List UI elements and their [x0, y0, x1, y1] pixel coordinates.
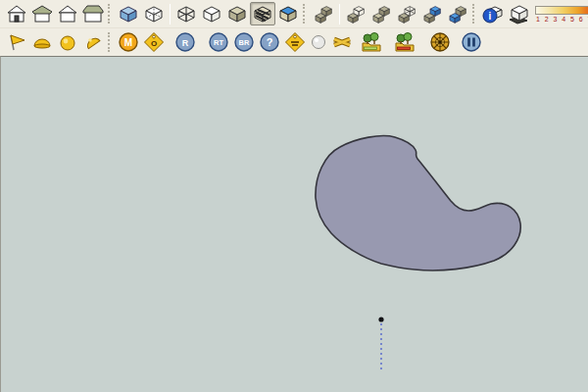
- textured-cube-button[interactable]: [250, 2, 275, 25]
- r-letter: R: [182, 38, 189, 48]
- box-pair-icon: [370, 3, 392, 24]
- m-circle-button[interactable]: M: [116, 30, 141, 54]
- hidden-line-cube-icon: [201, 3, 222, 24]
- box-pair-button[interactable]: [368, 2, 394, 25]
- density-scale-bar[interactable]: [535, 6, 588, 15]
- r-circle-icon: R: [174, 31, 196, 53]
- toolbar-separator: [339, 4, 340, 24]
- toolbar-row-2: M O R RT BR ?: [0, 27, 588, 56]
- blue-front-box-pair-button[interactable]: [445, 2, 470, 25]
- pause-button[interactable]: [459, 30, 484, 54]
- flag-icon: [6, 31, 27, 53]
- o-tag-icon: O: [143, 31, 165, 53]
- br-circle-button[interactable]: BR: [231, 30, 257, 54]
- dome-button[interactable]: [29, 30, 55, 54]
- yellow-sphere-button[interactable]: [55, 30, 80, 54]
- help-question-mark: ?: [267, 36, 273, 48]
- monochrome-cube-icon: [277, 3, 299, 24]
- shaded-cube-icon: [226, 3, 248, 24]
- white-sphere-button[interactable]: [308, 30, 329, 54]
- shell-button[interactable]: [80, 30, 106, 54]
- info-letter: i: [489, 11, 492, 22]
- shadow-boxes-icon: [313, 3, 334, 24]
- house-barn-icon: [82, 3, 104, 24]
- target-button[interactable]: [427, 30, 453, 54]
- toolbar-drag-handle[interactable]: [108, 4, 112, 24]
- xray-cube-icon: [118, 3, 139, 24]
- wire-box-pair-button[interactable]: [394, 2, 419, 25]
- xray-cube-button[interactable]: [116, 2, 141, 25]
- rt-circle-icon: RT: [208, 31, 229, 53]
- toolbar-drag-handle[interactable]: [472, 4, 476, 24]
- ground-shadow-cube-button[interactable]: [506, 2, 531, 25]
- blue-front-box-pair-icon: [447, 3, 468, 24]
- dome-icon: [31, 31, 53, 53]
- tree-folder-button[interactable]: [359, 30, 384, 54]
- help-circle-icon: ?: [259, 31, 280, 53]
- house-front-button[interactable]: [4, 2, 29, 25]
- help-circle-button[interactable]: ?: [257, 30, 282, 54]
- model-view: [1, 57, 588, 392]
- house-outline-icon: [57, 3, 78, 24]
- wireframe-cube-icon: [175, 3, 197, 24]
- vertex-dot: [378, 317, 383, 321]
- house-outline-button[interactable]: [55, 2, 80, 25]
- hidden-line-cube-button[interactable]: [199, 2, 224, 25]
- info-cube-icon: i: [482, 3, 504, 24]
- target-icon: [429, 31, 451, 53]
- drawing-canvas[interactable]: [0, 56, 588, 392]
- yellow-sphere-icon: [57, 31, 78, 53]
- wireframe-cube-button[interactable]: [173, 2, 199, 25]
- house-cottage-icon: [31, 3, 53, 24]
- m-letter: M: [124, 37, 132, 48]
- r-circle-button[interactable]: R: [172, 30, 198, 54]
- tree-folder-icon: [361, 31, 382, 53]
- back-edges-cube-button[interactable]: [141, 2, 167, 25]
- br-letters: BR: [239, 38, 250, 47]
- tree-folder-red-icon: [394, 31, 416, 53]
- toolbar-drag-handle[interactable]: [303, 4, 307, 24]
- shaded-cube-button[interactable]: [224, 2, 250, 25]
- label-tag-icon: [284, 31, 306, 53]
- house-cottage-button[interactable]: [29, 2, 55, 25]
- house-barn-button[interactable]: [80, 2, 106, 25]
- rt-letters: RT: [214, 38, 223, 47]
- flag-button[interactable]: [4, 30, 29, 54]
- o-tag-button[interactable]: O: [141, 30, 167, 54]
- density-scale-ticks: 1 2 3 4 5 6 7 8 9: [535, 16, 588, 23]
- label-tag-button[interactable]: [282, 30, 308, 54]
- white-sphere-icon: [310, 33, 327, 51]
- crossed-swords-icon: [331, 31, 353, 53]
- shell-icon: [82, 31, 104, 53]
- monochrome-cube-button[interactable]: [275, 2, 301, 25]
- tree-folder-red-button[interactable]: [392, 30, 417, 54]
- crossed-swords-button[interactable]: [329, 30, 355, 54]
- density-scale[interactable]: 1 2 3 4 5 6 7 8 9: [535, 6, 588, 23]
- br-circle-icon: BR: [233, 31, 255, 53]
- info-cube-button[interactable]: i: [480, 2, 506, 25]
- blue-box-pair-button[interactable]: [419, 2, 445, 25]
- textured-cube-icon: [252, 3, 273, 24]
- pause-icon: [461, 31, 482, 53]
- toolbar-row-1: i 1 2 3 4 5 6 7 8 9: [0, 0, 588, 27]
- shadow-boxes-button[interactable]: [311, 2, 336, 25]
- back-edges-cube-icon: [143, 3, 165, 24]
- blob-face[interactable]: [316, 136, 520, 270]
- house-front-icon: [6, 3, 27, 24]
- wire-over-box-icon: [345, 3, 367, 24]
- wire-over-box-button[interactable]: [343, 2, 368, 25]
- m-circle-icon: M: [118, 31, 139, 53]
- toolbar-separator: [170, 4, 171, 24]
- ground-shadow-cube-icon: [508, 3, 529, 24]
- wire-box-pair-icon: [396, 3, 417, 24]
- o-letter: O: [151, 39, 157, 48]
- blue-box-pair-icon: [421, 3, 443, 24]
- toolbar-drag-handle[interactable]: [108, 32, 112, 52]
- rt-circle-button[interactable]: RT: [206, 30, 231, 54]
